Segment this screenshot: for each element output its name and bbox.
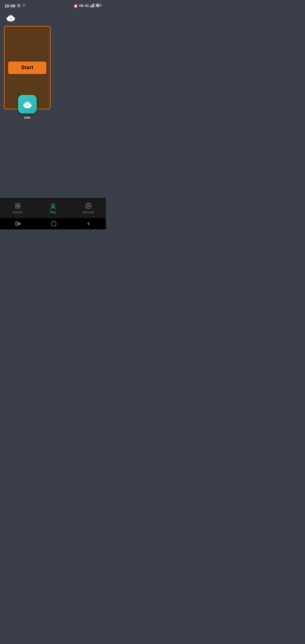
svg-rect-36 bbox=[51, 221, 56, 226]
svg-rect-5 bbox=[96, 4, 99, 6]
svg-rect-33 bbox=[16, 222, 17, 226]
clock-icon: ⏱ bbox=[22, 4, 25, 8]
svg-rect-3 bbox=[93, 3, 94, 7]
svg-rect-29 bbox=[18, 206, 20, 208]
hd-badge: HD bbox=[79, 4, 84, 7]
nav-item-account[interactable]: Account bbox=[71, 200, 106, 216]
svg-point-30 bbox=[52, 204, 55, 207]
battery-icon bbox=[96, 4, 101, 8]
svg-rect-35 bbox=[19, 223, 21, 225]
games-label: Games bbox=[13, 210, 23, 214]
back-button[interactable] bbox=[86, 221, 91, 226]
app-label: coc bbox=[24, 115, 30, 119]
recent-apps-button[interactable] bbox=[15, 221, 21, 226]
svg-point-11 bbox=[8, 16, 10, 17]
svg-rect-26 bbox=[16, 204, 18, 206]
play-icon bbox=[49, 202, 57, 210]
status-time: 15:08 bbox=[5, 3, 15, 8]
header-logo bbox=[5, 11, 17, 24]
svg-point-13 bbox=[12, 16, 13, 17]
svg-rect-1 bbox=[91, 5, 92, 7]
nav-item-play[interactable]: Play bbox=[35, 200, 71, 216]
svg-point-15 bbox=[9, 18, 12, 20]
start-button[interactable]: Start bbox=[8, 62, 46, 74]
games-icon bbox=[14, 202, 21, 210]
svg-point-14 bbox=[8, 17, 9, 18]
svg-point-23 bbox=[26, 104, 29, 106]
svg-rect-27 bbox=[18, 204, 20, 206]
app-icon[interactable] bbox=[18, 95, 37, 114]
svg-point-22 bbox=[28, 102, 29, 103]
svg-rect-34 bbox=[18, 222, 19, 225]
app-icon-container: coc bbox=[18, 95, 37, 119]
status-left: 15:08 🖼 ⏱ bbox=[5, 3, 25, 8]
svg-rect-6 bbox=[101, 5, 101, 6]
svg-rect-28 bbox=[16, 206, 18, 208]
svg-point-32 bbox=[87, 204, 89, 206]
status-bar: 15:08 🖼 ⏱ ⏰ HD 4G bbox=[0, 0, 106, 10]
account-icon bbox=[85, 202, 92, 210]
main-content: Start bbox=[0, 26, 106, 198]
image-icon: 🖼 bbox=[17, 4, 20, 8]
svg-point-20 bbox=[25, 102, 26, 103]
4g-badge: 4G bbox=[85, 4, 89, 7]
app-header bbox=[0, 10, 106, 26]
nav-item-games[interactable]: Games bbox=[0, 200, 35, 216]
svg-point-24 bbox=[25, 104, 26, 105]
game-card: Start bbox=[4, 26, 51, 109]
bottom-nav: Games Play Account bbox=[0, 198, 106, 218]
svg-rect-0 bbox=[90, 6, 91, 7]
game-card-wrapper: Start bbox=[4, 26, 51, 109]
status-right: ⏰ HD 4G bbox=[73, 3, 101, 8]
svg-point-12 bbox=[10, 15, 12, 16]
home-button[interactable] bbox=[51, 221, 56, 227]
account-label: Account bbox=[83, 210, 94, 214]
svg-point-21 bbox=[27, 101, 28, 103]
play-label: Play bbox=[50, 210, 56, 214]
svg-point-25 bbox=[29, 104, 30, 105]
gesture-bar bbox=[0, 218, 106, 229]
signal-icon bbox=[90, 3, 95, 8]
alarm-icon: ⏰ bbox=[73, 4, 78, 8]
svg-rect-2 bbox=[92, 4, 93, 7]
